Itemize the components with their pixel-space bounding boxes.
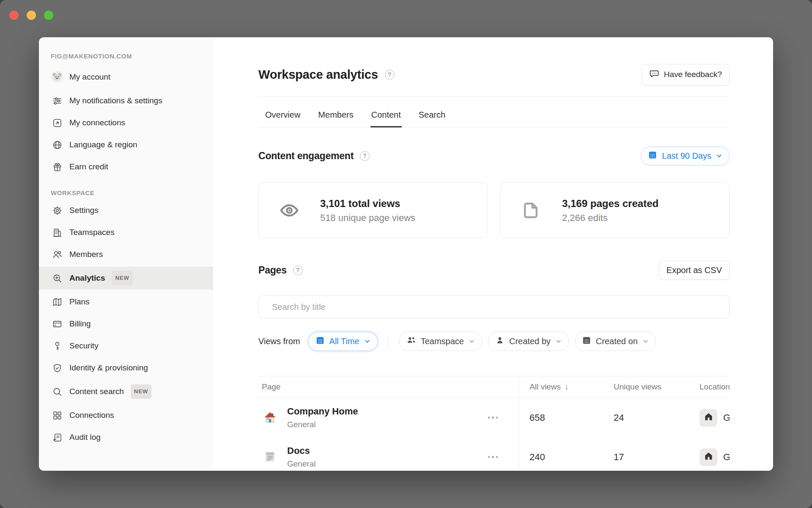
sidebar-item-billing[interactable]: Billing bbox=[39, 314, 213, 334]
key-icon bbox=[51, 341, 63, 351]
tab-members[interactable]: Members bbox=[317, 110, 354, 127]
chevron-down-icon bbox=[555, 338, 562, 345]
home-icon bbox=[704, 412, 713, 423]
tab-content[interactable]: Content bbox=[370, 110, 402, 127]
account-email: FIG@MAKENOTION.COM bbox=[51, 52, 203, 60]
all-views-cell: 240 bbox=[519, 452, 603, 463]
help-icon[interactable]: ? bbox=[360, 151, 370, 161]
gear-icon bbox=[51, 205, 63, 216]
column-location[interactable]: Location bbox=[689, 382, 730, 392]
date-range-dropdown[interactable]: Last 90 Days bbox=[641, 146, 730, 166]
location-chip[interactable] bbox=[700, 409, 717, 427]
page-title-cell[interactable]: Docs bbox=[287, 445, 479, 456]
avatar-icon bbox=[51, 70, 63, 84]
stat-value: 3,101 total views bbox=[320, 198, 415, 210]
calendar-icon bbox=[648, 150, 657, 162]
table-body: Company Home General 658 24 General Docs… bbox=[258, 398, 730, 471]
unique-views-cell: 24 bbox=[603, 412, 689, 423]
eye-icon bbox=[279, 201, 299, 220]
sidebar-item-teamspaces[interactable]: Teamspaces bbox=[39, 223, 213, 242]
zoom-button[interactable] bbox=[44, 11, 53, 20]
filter-pill-created-by[interactable]: Created by bbox=[488, 331, 569, 351]
sidebar-item-members[interactable]: Members bbox=[39, 245, 213, 264]
column-page[interactable]: Page bbox=[258, 382, 519, 392]
sidebar-item-my-notifications-settings[interactable]: My notifications & settings bbox=[39, 91, 213, 110]
help-icon[interactable]: ? bbox=[385, 70, 395, 80]
stat-cards: 3,101 total views 518 unique page views … bbox=[258, 182, 730, 238]
time-filter-dropdown[interactable]: All Time bbox=[308, 332, 378, 351]
stat-subtitle: 518 unique page views bbox=[320, 213, 415, 224]
sidebar-item-earn-credit[interactable]: Earn credit bbox=[39, 157, 213, 177]
sort-arrow-down-icon: ↓ bbox=[565, 382, 569, 392]
sidebar-workspace-section: Settings Teamspaces Members Analytics NE… bbox=[39, 201, 213, 447]
content-engagement-title: Content engagement bbox=[258, 150, 354, 162]
page-title-cell[interactable]: Company Home bbox=[287, 406, 479, 417]
row-actions-button[interactable] bbox=[488, 456, 498, 458]
all-views-cell: 658 bbox=[519, 412, 603, 423]
sidebar-item-language-region[interactable]: Language & region bbox=[39, 135, 213, 155]
new-badge: NEW bbox=[131, 384, 151, 399]
stat-card: 3,169 pages created 2,266 edits bbox=[500, 182, 730, 238]
location-chip[interactable] bbox=[700, 448, 717, 466]
filter-row: Views from All Time Teamspace Created by… bbox=[258, 332, 730, 351]
views-from-label: Views from bbox=[258, 337, 300, 346]
column-all-views[interactable]: All views ↓ bbox=[519, 382, 603, 392]
sidebar-item-plans[interactable]: Plans bbox=[39, 292, 213, 312]
house-emoji-icon bbox=[262, 411, 278, 425]
stat-value: 3,169 pages created bbox=[562, 198, 658, 210]
people-fill-icon bbox=[406, 335, 416, 347]
stat-subtitle: 2,266 edits bbox=[562, 213, 658, 224]
sidebar-item-analytics[interactable]: Analytics NEW bbox=[39, 267, 213, 290]
pages-table: Page All views ↓ Unique views Location C… bbox=[258, 376, 730, 471]
people-icon bbox=[51, 249, 63, 260]
desktop-background: FIG@MAKENOTION.COM My account My notific… bbox=[0, 0, 812, 508]
filter-pills: Teamspace Created by Created on bbox=[399, 331, 656, 351]
sidebar-item-content-search[interactable]: Content search NEW bbox=[39, 380, 213, 403]
sidebar-item-my-connections[interactable]: My connections bbox=[39, 113, 213, 133]
settings-sidebar: FIG@MAKENOTION.COM My account My notific… bbox=[39, 37, 213, 471]
close-button[interactable] bbox=[9, 11, 19, 20]
page-title: Workspace analytics bbox=[258, 68, 378, 82]
tab-search[interactable]: Search bbox=[418, 110, 446, 127]
table-row-docs[interactable]: Docs General 240 17 General bbox=[258, 437, 730, 471]
chevron-down-icon bbox=[364, 338, 370, 345]
filter-pill-teamspace[interactable]: Teamspace bbox=[399, 331, 482, 351]
unique-views-cell: 17 bbox=[603, 452, 689, 463]
minimize-button[interactable] bbox=[27, 11, 36, 20]
export-csv-button[interactable]: Export as CSV bbox=[659, 261, 730, 280]
sidebar-item-security[interactable]: Security bbox=[39, 336, 213, 356]
sidebar-item-connections[interactable]: Connections bbox=[39, 406, 213, 425]
credit-card-icon bbox=[51, 319, 63, 329]
map-icon bbox=[51, 297, 63, 307]
search-input[interactable] bbox=[271, 302, 722, 312]
new-badge: NEW bbox=[112, 271, 132, 285]
help-icon[interactable]: ? bbox=[293, 265, 303, 275]
analytics-main: Workspace analytics ? Have feedback? Ove… bbox=[213, 37, 773, 471]
table-header: Page All views ↓ Unique views Location bbox=[258, 376, 730, 398]
workspace-section-label: WORKSPACE bbox=[51, 189, 203, 196]
page-search[interactable] bbox=[258, 295, 730, 318]
sliders-icon bbox=[51, 96, 63, 106]
file-icon bbox=[521, 201, 541, 220]
table-row-company-home[interactable]: Company Home General 658 24 General bbox=[258, 398, 730, 437]
column-unique-views[interactable]: Unique views bbox=[603, 382, 689, 392]
filter-divider bbox=[388, 334, 389, 348]
tab-overview[interactable]: Overview bbox=[264, 110, 301, 127]
table-column-divider bbox=[519, 376, 519, 471]
have-feedback-button[interactable]: Have feedback? bbox=[642, 64, 730, 86]
page-subtitle: General bbox=[287, 459, 479, 469]
chevron-down-icon bbox=[642, 338, 649, 345]
filter-pill-created-on[interactable]: Created on bbox=[575, 331, 656, 351]
analytics-tabs: OverviewMembersContentSearch bbox=[258, 110, 730, 127]
sidebar-account-section: My account My notifications & settings M… bbox=[39, 66, 213, 177]
header-divider bbox=[258, 96, 730, 97]
row-actions-button[interactable] bbox=[488, 417, 498, 419]
sidebar-item-audit-log[interactable]: Audit log bbox=[39, 428, 213, 447]
chevron-down-icon bbox=[716, 153, 722, 159]
sidebar-item-my-account[interactable]: My account bbox=[39, 66, 213, 88]
sidebar-item-identity-provisioning[interactable]: Identity & provisioning bbox=[39, 358, 213, 378]
location-name: General bbox=[723, 452, 730, 463]
sidebar-item-settings[interactable]: Settings bbox=[39, 201, 213, 220]
building-icon bbox=[51, 227, 63, 238]
stat-card: 3,101 total views 518 unique page views bbox=[258, 182, 488, 238]
